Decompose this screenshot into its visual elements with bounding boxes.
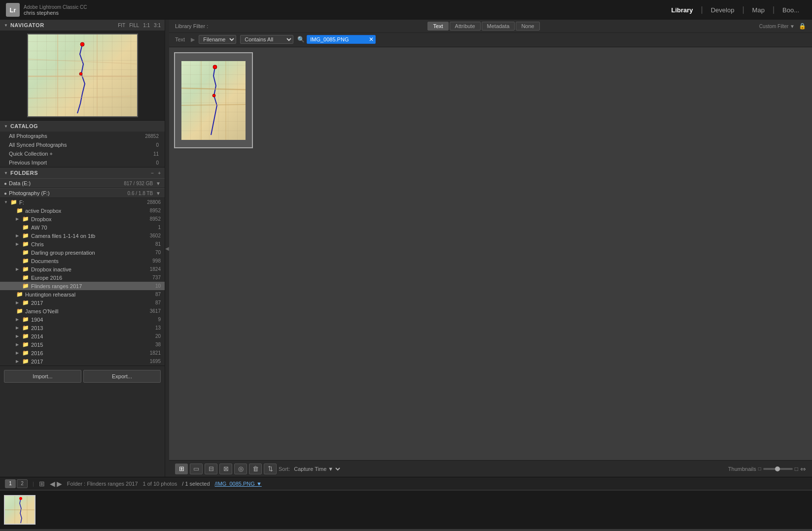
- folder-2013-arrow[interactable]: ▶: [16, 326, 21, 330]
- folder-dropbox-inactive[interactable]: ▶ 📁 Dropbox inactive 1824: [0, 265, 165, 273]
- page-1-btn[interactable]: 1: [5, 479, 16, 488]
- folder-james[interactable]: ▶ 📁 James O'Neill 3617: [0, 307, 165, 315]
- status-filename[interactable]: /IMG_0085.PNG ▼: [215, 481, 262, 487]
- nav-library[interactable]: Library: [664, 4, 700, 16]
- folder-chris[interactable]: ▶ 📁 Chris 81: [0, 240, 165, 248]
- folder-2013[interactable]: ▶ 📁 2013 13: [0, 324, 165, 332]
- folder-2016[interactable]: ▶ 📁 2016 1821: [0, 349, 165, 357]
- drive-data-header[interactable]: ● Data (E:) 817 / 932 GB ▼: [0, 178, 165, 188]
- navigator-section: ▼ Navigator FIT FILL 1:1 3:1: [0, 20, 165, 121]
- trash-btn[interactable]: 🗑: [249, 464, 262, 474]
- photo-grid-area[interactable]: [169, 47, 812, 460]
- thumb-slider-track[interactable]: [763, 468, 793, 470]
- folder-darling[interactable]: ▶ 📁 Darling group presentation 70: [0, 248, 165, 257]
- folder-2014-arrow[interactable]: ▶: [16, 334, 21, 338]
- zoom-1to1[interactable]: 1:1: [143, 23, 150, 28]
- filter-tab-none[interactable]: None: [516, 22, 539, 31]
- view-loupe-btn[interactable]: ▭: [190, 464, 203, 474]
- folders-plus-btn[interactable]: +: [158, 170, 161, 176]
- folder-f-drive[interactable]: ▼ 📁 F: 28806: [0, 198, 165, 206]
- folder-2017-james[interactable]: ▶ 📁 2017 1695: [0, 357, 165, 365]
- folder-1904-arrow[interactable]: ▶: [16, 317, 21, 322]
- catalog-previous-import[interactable]: Previous Import 0: [0, 158, 165, 167]
- import-button[interactable]: Import...: [4, 370, 81, 383]
- folder-europe-arrow: ▶: [16, 275, 21, 280]
- nav-develop[interactable]: Develop: [704, 4, 741, 16]
- zoom-3to1[interactable]: 3:1: [154, 23, 161, 28]
- folder-chris-arrow[interactable]: ▶: [16, 242, 21, 246]
- folder-dropbox-inactive-arrow[interactable]: ▶: [16, 267, 21, 271]
- catalog-header[interactable]: ▼ Catalog: [0, 121, 165, 132]
- filter-tab-text[interactable]: Text: [427, 22, 448, 31]
- folder-dropbox-arrow[interactable]: ▶: [16, 217, 21, 221]
- folder-camera-files[interactable]: ▶ 📁 Camera files 1-1-14 on 1tb 3602: [0, 232, 165, 240]
- folder-aw70-left: ▶ 📁 AW 70: [4, 224, 47, 231]
- drive-data-size-area: 817 / 932 GB ▼: [124, 181, 161, 186]
- svg-point-7: [213, 65, 217, 69]
- navigator-image[interactable]: [27, 33, 138, 117]
- filter-search-input[interactable]: [307, 35, 376, 44]
- folder-huntington[interactable]: ▶ 📁 Huntington rehearsal 87: [0, 290, 165, 299]
- view-survey-btn[interactable]: ⊠: [219, 464, 232, 474]
- nav-book[interactable]: Boo...: [776, 4, 806, 16]
- sort-btn[interactable]: ⇅: [264, 464, 277, 474]
- view-compare-btn[interactable]: ⊟: [205, 464, 217, 474]
- catalog-all-photos[interactable]: All Photographs 28852: [0, 132, 165, 140]
- folder-2014[interactable]: ▶ 📁 2014 20: [0, 332, 165, 340]
- filter-clear-btn[interactable]: ✕: [369, 36, 374, 43]
- folder-2016-arrow[interactable]: ▶: [16, 351, 21, 355]
- left-panel-collapse[interactable]: ◀: [165, 20, 169, 477]
- folder-2017-huntington[interactable]: ▶ 📁 2017 87: [0, 299, 165, 307]
- folder-dropbox[interactable]: ▶ 📁 Dropbox 8952: [0, 215, 165, 223]
- zoom-fill[interactable]: FILL: [129, 23, 139, 28]
- nav-forward-btn[interactable]: ▶: [57, 480, 62, 488]
- catalog-synced[interactable]: All Synced Photographs 0: [0, 140, 165, 149]
- page-buttons: 1 2: [5, 479, 28, 488]
- nav-back-btn[interactable]: ◀: [50, 480, 55, 488]
- folder-2017-james-arrow[interactable]: ▶: [16, 359, 21, 364]
- folder-1904[interactable]: ▶ 📁 1904 9: [0, 315, 165, 324]
- nav-map[interactable]: Map: [745, 4, 772, 16]
- folder-flinders-label: Flinders ranges 2017: [31, 283, 82, 289]
- sort-select[interactable]: Capture Time ▼ File Name Rating: [292, 465, 342, 472]
- filmstrip-thumb-1[interactable]: [4, 495, 35, 525]
- slider-large-icon: □: [795, 465, 798, 472]
- photo-inner: [181, 61, 246, 140]
- zoom-fit[interactable]: FIT: [118, 23, 125, 28]
- drive-photo-expand[interactable]: ▼: [156, 191, 161, 196]
- catalog-quick-collection[interactable]: Quick Collection + 11: [0, 149, 165, 158]
- folder-2015-arrow[interactable]: ▶: [16, 342, 21, 347]
- filter-condition-select[interactable]: Contains All Contains Doesn't Contain: [240, 35, 293, 44]
- export-button[interactable]: Export...: [83, 370, 161, 383]
- folder-f-arrow[interactable]: ▼: [4, 200, 9, 204]
- folder-james-arrow: ▶: [10, 309, 15, 313]
- folder-2017-huntington-arrow[interactable]: ▶: [16, 300, 21, 305]
- expand-arrows-btn[interactable]: ⇔: [800, 465, 806, 473]
- thumb-slider-dot[interactable]: [775, 466, 780, 471]
- grid-dots-btn[interactable]: ⊞: [39, 480, 45, 488]
- thumb-slider[interactable]: □ □: [758, 465, 798, 472]
- photo-thumb-selected[interactable]: [174, 52, 253, 148]
- filter-tab-metadata[interactable]: Metadata: [482, 22, 515, 31]
- folder-europe[interactable]: ▶ 📁 Europe 2016 737: [0, 273, 165, 282]
- svg-line-10: [181, 104, 246, 105]
- navigator-header[interactable]: ▼ Navigator FIT FILL 1:1 3:1: [0, 20, 165, 31]
- view-grid-btn[interactable]: ⊞: [175, 464, 188, 474]
- filter-field-select[interactable]: Filename Title Caption: [199, 35, 236, 44]
- import-export-area: Import... Export...: [0, 366, 165, 387]
- folder-camera-arrow[interactable]: ▶: [16, 233, 21, 238]
- folder-2015[interactable]: ▶ 📁 2015 38: [0, 340, 165, 349]
- page-2-btn[interactable]: 2: [17, 479, 28, 488]
- folders-minus-btn[interactable]: −: [151, 170, 154, 176]
- lock-button[interactable]: 🔒: [799, 23, 806, 30]
- view-people-btn[interactable]: ◎: [234, 464, 247, 474]
- folder-active-dropbox[interactable]: ▶ 📁 active Dropbox 8952: [0, 206, 165, 215]
- folder-documents[interactable]: ▶ 📁 Documents 998: [0, 257, 165, 265]
- filter-tab-attribute[interactable]: Attribute: [450, 22, 481, 31]
- custom-filter-label[interactable]: Custom Filter ▼: [759, 24, 795, 29]
- folder-aw70[interactable]: ▶ 📁 AW 70 1: [0, 223, 165, 232]
- drive-data-expand[interactable]: ▼: [156, 181, 161, 186]
- folder-flinders[interactable]: ▶ 📁 Flinders ranges 2017 10: [0, 282, 165, 290]
- drive-photo-header[interactable]: ● Photography (F:) 0.6 / 1.8 TB ▼: [0, 188, 165, 198]
- folders-header[interactable]: ▼ Folders − +: [0, 167, 165, 178]
